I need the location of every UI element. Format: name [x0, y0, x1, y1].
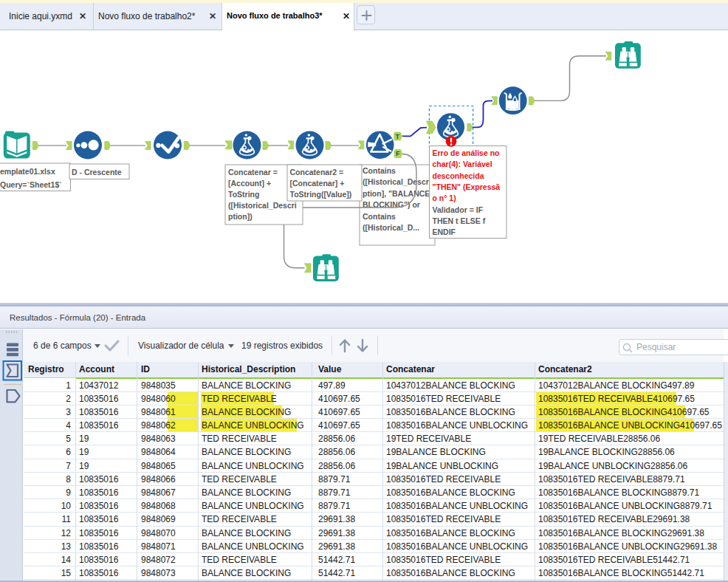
svg-text:char(4): Variável: char(4): Variável	[433, 160, 492, 168]
svg-text:Concatenar =: Concatenar =	[228, 168, 278, 177]
svg-text:([Historical_D...: ([Historical_D...	[363, 223, 419, 232]
svg-text:emplate01.xlsx: emplate01.xlsx	[0, 167, 55, 176]
svg-text:ption]): ption])	[228, 212, 253, 221]
svg-text:Validador = IF: Validador = IF	[433, 205, 484, 214]
svg-text:D - Crescente: D - Crescente	[72, 168, 122, 177]
svg-text:Concatenar2 =: Concatenar2 =	[290, 168, 344, 177]
svg-text:[Account] +: [Account] +	[228, 179, 271, 188]
svg-text:THEN t ELSE f: THEN t ELSE f	[433, 216, 486, 225]
svg-text:([Historical_Descri: ([Historical_Descri	[363, 177, 431, 186]
svg-text:desconhecida: desconhecida	[433, 171, 484, 180]
svg-text:ENDIF: ENDIF	[433, 227, 456, 236]
svg-text:F: F	[396, 150, 400, 157]
svg-text:o n° 1): o n° 1)	[433, 194, 456, 202]
svg-text:Contains: Contains	[363, 212, 396, 221]
svg-text:ToString([Value]): ToString([Value])	[290, 190, 352, 199]
svg-text:T: T	[396, 133, 400, 140]
svg-text:Query=`Sheet1$`: Query=`Sheet1$`	[0, 180, 62, 189]
svg-text:"THEN" (Expressã: "THEN" (Expressã	[433, 182, 501, 191]
svg-text:ption], "BALANCE: ption], "BALANCE	[363, 189, 430, 198]
svg-text:[Concatenar] +: [Concatenar] +	[290, 179, 345, 188]
svg-text:Contains: Contains	[363, 166, 396, 175]
svg-text:([Historical_Descri: ([Historical_Descri	[228, 201, 297, 210]
svg-text:ToString: ToString	[228, 190, 259, 199]
svg-text:Erro de análise no: Erro de análise no	[433, 148, 500, 157]
